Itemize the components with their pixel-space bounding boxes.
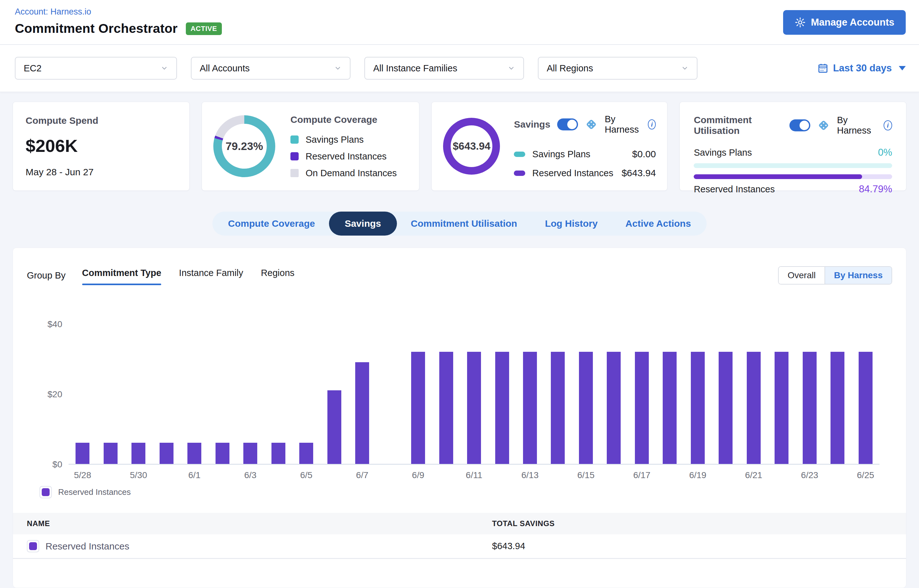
group-by-instance-family[interactable]: Instance Family [179, 268, 243, 283]
reserved-instances-swatch [290, 152, 299, 160]
bar-6-10 [439, 352, 453, 464]
group-by-regions[interactable]: Regions [261, 268, 294, 283]
chart-legend-label: Reserved Instances [58, 487, 131, 497]
bar-6-3 [243, 443, 257, 464]
section-tabs: Compute CoverageSavingsCommitment Utilis… [212, 212, 707, 236]
accounts-select[interactable]: All Accounts [191, 57, 350, 79]
bar-6-15 [579, 352, 593, 464]
segment-overall[interactable]: Overall [779, 267, 825, 284]
reserved-instances-legend-chip [27, 540, 39, 552]
bar-slot [656, 324, 684, 464]
by-harness-toggle[interactable] [557, 118, 578, 131]
savings-table: NAME TOTAL SAVINGS Reserved Instances $6… [13, 513, 906, 559]
x-tick-label: 6/19 [689, 470, 707, 480]
y-tick-label: $40 [47, 319, 62, 330]
column-header-name: NAME [27, 519, 492, 528]
reserved-instances-legend-chip[interactable] [39, 486, 52, 498]
savings-row: Reserved Instances $643.94 [514, 168, 656, 178]
savings-row-value: $643.94 [622, 168, 656, 178]
bar-6-20 [719, 352, 733, 464]
bar-slot: 6/11 [460, 324, 488, 464]
by-harness-label: By Harness [605, 114, 641, 135]
group-by-commitment-type[interactable]: Commitment Type [82, 268, 162, 283]
bar-slot: 6/23 [796, 324, 823, 464]
bar-slot: 6/9 [404, 324, 432, 464]
bar-slot: 6/25 [852, 324, 880, 464]
coverage-percent: 79.23% [225, 140, 263, 152]
caret-down-icon [899, 66, 906, 70]
bar-6-12 [495, 352, 509, 464]
y-tick-label: $0 [52, 459, 62, 470]
row-total-savings: $643.94 [492, 541, 906, 551]
bar-5-30 [131, 443, 145, 464]
tab-log-history[interactable]: Log History [531, 212, 611, 236]
bar-slot [823, 324, 851, 464]
bar-6-6 [327, 390, 341, 464]
tab-commitment-utilisation[interactable]: Commitment Utilisation [397, 212, 531, 236]
commitment-utilisation-title: Commitment Utilisation [694, 115, 783, 136]
chevron-down-icon [334, 65, 342, 72]
tab-active-actions[interactable]: Active Actions [611, 212, 705, 236]
x-tick-label: 6/23 [801, 470, 819, 480]
savings-row-label: Reserved Instances [532, 168, 613, 178]
on-demand-swatch [290, 169, 299, 177]
info-icon[interactable]: i [648, 120, 656, 129]
info-icon[interactable]: i [883, 120, 892, 131]
util-row-percent: 84.79% [859, 184, 892, 195]
group-by-label: Group By [27, 270, 66, 281]
savings-row-label: Savings Plans [532, 149, 590, 160]
by-harness-toggle[interactable] [789, 120, 810, 131]
compute-spend-value: $206K [26, 136, 177, 156]
compute-spend-title: Compute Spend [26, 115, 177, 126]
bar-slot: 6/19 [684, 324, 712, 464]
chart-legend: Reserved Instances [39, 486, 906, 498]
bar-slot [376, 324, 404, 464]
reserved-instances-progress-bar [694, 174, 892, 179]
x-tick-label: 6/13 [522, 470, 539, 480]
date-range-picker[interactable]: Last 30 days [817, 63, 906, 74]
reserved-instances-swatch [514, 171, 525, 176]
bar-slot [264, 324, 292, 464]
bar-6-19 [691, 352, 705, 464]
compute-coverage-title: Compute Coverage [290, 114, 397, 125]
bar-6-25 [859, 352, 872, 464]
x-tick-label: 6/7 [356, 470, 368, 480]
row-name: Reserved Instances [45, 541, 129, 552]
bar-6-11 [467, 352, 481, 464]
bar-6-1 [187, 443, 201, 464]
filter-bar: EC2 All Accounts All Instance Families A… [0, 45, 919, 92]
group-by-bar: Group By Commitment TypeInstance FamilyR… [13, 266, 906, 284]
tab-savings[interactable]: Savings [329, 212, 397, 236]
savings-row-value: $0.00 [632, 149, 656, 160]
date-range-label: Last 30 days [833, 63, 892, 74]
legend-label: Savings Plans [306, 134, 364, 145]
bar-6-22 [775, 352, 788, 464]
bar-slot [320, 324, 348, 464]
segment-by-harness[interactable]: By Harness [825, 267, 891, 284]
bar-slot: 6/1 [180, 324, 208, 464]
x-tick-label: 6/1 [188, 470, 201, 480]
legend-label: Reserved Instances [306, 151, 386, 162]
bar-slot [712, 324, 739, 464]
savings-title: Savings [514, 119, 550, 130]
x-tick-label: 6/11 [466, 470, 482, 480]
y-tick-label: $20 [47, 389, 62, 399]
savings-card: $643.94 Savings By Harness i [431, 102, 668, 191]
table-row[interactable]: Reserved Instances $643.94 [13, 534, 906, 559]
bar-slot [544, 324, 572, 464]
account-link[interactable]: Account: Harness.io [15, 7, 91, 17]
bar-6-9 [411, 352, 425, 464]
instance-families-select[interactable]: All Instance Families [365, 57, 524, 79]
service-select[interactable]: EC2 [15, 57, 177, 79]
legend-item: Savings Plans [290, 134, 397, 145]
tab-compute-coverage[interactable]: Compute Coverage [214, 212, 329, 236]
x-tick-label: 6/3 [244, 470, 257, 480]
commitment-utilisation-card: Commitment Utilisation By Harness i Savi… [679, 102, 906, 191]
manage-accounts-button[interactable]: Manage Accounts [783, 10, 906, 35]
regions-select[interactable]: All Regions [538, 57, 697, 79]
x-tick-label: 6/15 [577, 470, 595, 480]
savings-donut-chart: $643.94 [443, 118, 500, 174]
savings-total: $643.94 [453, 140, 491, 152]
bar-6-17 [635, 352, 649, 464]
legend-item: Reserved Instances [290, 151, 397, 162]
